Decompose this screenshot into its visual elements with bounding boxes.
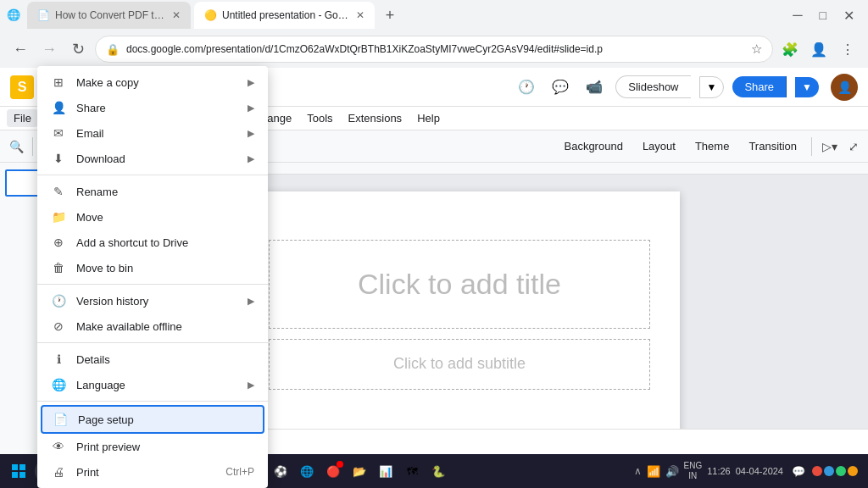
print-preview-label: Print preview bbox=[76, 441, 254, 453]
menu-item-language[interactable]: 🌐 Language ▶ bbox=[37, 372, 268, 397]
make-copy-arrow: ▶ bbox=[248, 77, 254, 88]
version-history-label: Version history bbox=[76, 295, 237, 308]
menu-item-download[interactable]: ⬇ Download ▶ bbox=[37, 146, 268, 171]
menu-item-share[interactable]: 👤 Share ▶ bbox=[37, 95, 268, 120]
version-history-icon: 🕐 bbox=[51, 294, 66, 308]
move-bin-label: Move to bin bbox=[76, 262, 254, 274]
move-label: Move bbox=[76, 211, 254, 224]
make-copy-label: Make a copy bbox=[76, 76, 237, 89]
language-label: Language bbox=[76, 379, 237, 391]
share-arrow: ▶ bbox=[248, 103, 254, 114]
download-arrow: ▶ bbox=[248, 153, 254, 164]
download-icon: ⬇ bbox=[51, 152, 66, 165]
language-tray: ENGIN bbox=[684, 461, 703, 481]
menu-item-version-history[interactable]: 🕐 Version history ▶ bbox=[37, 288, 268, 313]
details-label: Details bbox=[76, 353, 254, 366]
menu-item-email[interactable]: ✉ Email ▶ bbox=[37, 120, 268, 146]
menu-item-move-bin[interactable]: 🗑 Move to bin bbox=[37, 255, 268, 280]
print-shortcut: Ctrl+P bbox=[225, 466, 254, 478]
add-shortcut-icon: ⊕ bbox=[51, 236, 66, 249]
taskbar-colorful-circles[interactable] bbox=[810, 466, 858, 476]
print-preview-icon: 👁 bbox=[51, 440, 66, 453]
sound-icon[interactable]: 🔊 bbox=[665, 465, 679, 478]
make-copy-icon: ⊞ bbox=[51, 75, 66, 89]
page-setup-icon: 📄 bbox=[53, 413, 68, 426]
share-label: Share bbox=[76, 102, 237, 114]
menu-item-page-setup[interactable]: 📄 Page setup bbox=[41, 405, 264, 434]
menu-item-rename[interactable]: ✎ Rename bbox=[37, 179, 268, 204]
chevron-up-icon[interactable]: ∧ bbox=[634, 465, 642, 477]
taskbar-soccer[interactable]: ⚽ bbox=[269, 459, 292, 483]
offline-label: Make available offline bbox=[76, 320, 254, 333]
clock: 11:26 bbox=[707, 466, 731, 476]
taskbar-tray: ∧ 📶 🔊 ENGIN 11:26 04-04-2024 💬 bbox=[629, 461, 863, 481]
taskbar-notif[interactable]: 🔴 bbox=[321, 459, 345, 483]
taskbar-chrome[interactable]: 🌐 bbox=[295, 459, 319, 483]
taskbar-calendar[interactable]: 📊 bbox=[374, 459, 398, 483]
print-icon: 🖨 bbox=[51, 465, 66, 479]
menu-item-print-preview[interactable]: 👁 Print preview bbox=[37, 434, 268, 459]
notification-icon[interactable]: 💬 bbox=[792, 465, 805, 478]
menu-item-add-shortcut[interactable]: ⊕ Add a shortcut to Drive bbox=[37, 230, 268, 255]
version-history-arrow: ▶ bbox=[248, 296, 254, 307]
file-dropdown-menu: ⊞ Make a copy ▶ 👤 Share ▶ ✉ Email ▶ ⬇ Do… bbox=[37, 66, 268, 488]
date-display: 04-04-2024 bbox=[736, 466, 783, 476]
email-arrow: ▶ bbox=[248, 128, 254, 139]
add-shortcut-label: Add a shortcut to Drive bbox=[76, 236, 254, 249]
menu-item-details[interactable]: ℹ Details bbox=[37, 347, 268, 372]
menu-item-make-copy[interactable]: ⊞ Make a copy ▶ bbox=[37, 69, 268, 95]
taskbar-maps[interactable]: 🗺 bbox=[400, 459, 424, 483]
language-arrow: ▶ bbox=[248, 380, 254, 391]
menu-item-move[interactable]: 📁 Move bbox=[37, 204, 268, 230]
page-setup-label: Page setup bbox=[78, 413, 253, 426]
rename-label: Rename bbox=[76, 186, 254, 198]
offline-icon: ⊘ bbox=[51, 319, 66, 333]
download-label: Download bbox=[76, 152, 237, 165]
taskbar-folder[interactable]: 📂 bbox=[348, 459, 371, 483]
rename-icon: ✎ bbox=[51, 185, 66, 198]
start-button[interactable] bbox=[5, 458, 32, 485]
email-icon: ✉ bbox=[51, 126, 66, 140]
move-icon: 📁 bbox=[51, 210, 66, 224]
wifi-icon[interactable]: 📶 bbox=[647, 465, 660, 478]
details-icon: ℹ bbox=[51, 352, 66, 366]
menu-item-print[interactable]: 🖨 Print Ctrl+P bbox=[37, 459, 268, 485]
share-icon: 👤 bbox=[51, 101, 66, 114]
email-label: Email bbox=[76, 127, 237, 140]
print-label: Print bbox=[76, 466, 215, 479]
menu-item-offline[interactable]: ⊘ Make available offline bbox=[37, 313, 268, 339]
taskbar-python[interactable]: 🐍 bbox=[426, 459, 450, 483]
language-icon: 🌐 bbox=[51, 378, 66, 391]
move-bin-icon: 🗑 bbox=[51, 261, 66, 274]
